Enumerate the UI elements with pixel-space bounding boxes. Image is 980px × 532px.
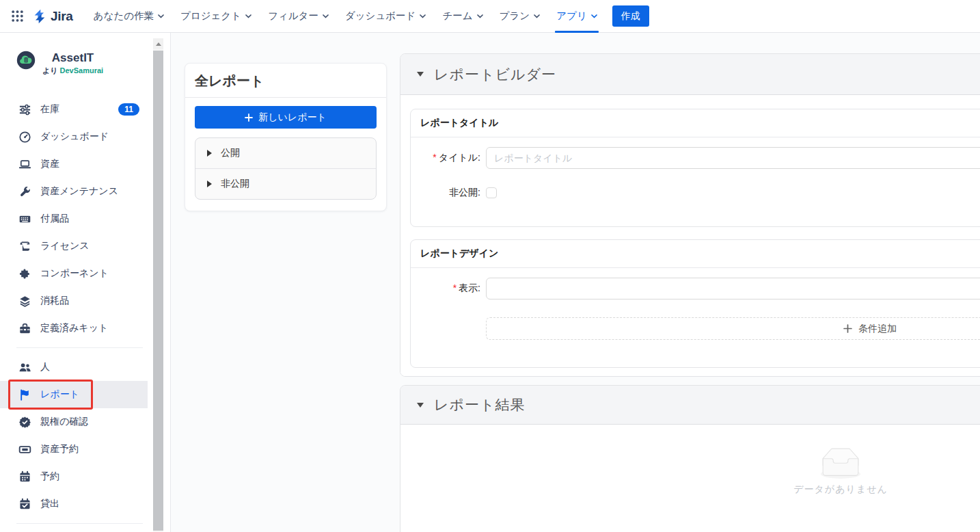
display-select-input[interactable] [486,278,980,300]
chevron-down-icon [477,14,483,18]
scroll-up-arrow-icon [156,42,161,46]
required-marker: * [453,282,457,293]
calendar-check-icon [18,498,31,511]
sidebar-item-label: 予約 [40,470,59,483]
sidebar-item-consumables[interactable]: 消耗品 [0,287,148,315]
sidebar-menu: 在庫 11 ダッシュボード 資産 資産メンテナンス [0,96,170,524]
plus-icon [245,114,253,122]
new-report-button[interactable]: 新しいレポート [195,106,377,129]
app-logo-block: AssetIT よりDevSamurai [0,51,170,86]
jira-logo-icon [31,8,49,25]
main-content: 全レポート 新しいレポート 公開 非公開 [171,33,980,532]
sidebar-item-reports[interactable]: レポート [0,381,148,408]
sidebar-item-checkout[interactable]: 貸出 [0,490,148,518]
display-field-label: *表示: [419,282,486,295]
sidebar-item-label: 資産メンテナンス [40,185,118,198]
sidebar-item-people[interactable]: 人 [0,354,148,381]
scrollbar-thumb[interactable] [153,51,163,531]
add-condition-button[interactable]: 条件追加 [486,317,980,340]
group-private[interactable]: 非公開 [195,168,376,199]
report-results-header[interactable]: レポート結果 [400,386,980,425]
private-field-label: 非公開: [419,187,486,199]
toolbox-icon [18,322,31,335]
sidebar-item-label: 資産予約 [40,443,79,455]
sidebar-divider [16,347,143,348]
nav-item-apps[interactable]: アプリ [548,0,605,33]
sidebar-item-label: ダッシュボード [40,131,109,143]
inbox-icon [816,448,865,479]
flag-icon [18,388,31,401]
caret-down-icon [417,72,424,77]
report-builder-title: レポートビルダー [434,65,556,84]
sidebar-item-inventory[interactable]: 在庫 11 [0,96,148,123]
primary-nav: あなたの作業 プロジェクト フィルター ダッシュボード チーム プラン アプリ [85,0,605,33]
all-reports-card: 全レポート 新しいレポート 公開 非公開 [185,63,387,211]
sidebar-item-assets[interactable]: 資産 [0,150,148,178]
ticket-icon [18,443,31,456]
laptop-icon [18,158,31,171]
nav-item-plans[interactable]: プラン [491,0,549,33]
jira-logo[interactable]: Jira [31,8,73,25]
app-name: AssetIT [42,51,103,65]
users-icon [18,361,31,374]
nav-item-teams[interactable]: チーム [434,0,491,33]
chevron-down-icon [323,14,329,18]
sidebar-item-reservations[interactable]: 予約 [0,463,148,490]
sidebar-item-label: 在庫 [40,103,59,116]
report-builder-header[interactable]: レポートビルダー [400,54,980,95]
puzzle-icon [18,267,31,280]
vendor-name: DevSamurai [60,66,104,75]
report-design-heading: レポートデザイン [411,240,980,268]
nav-item-your-work[interactable]: あなたの作業 [85,0,172,33]
report-title-section: レポートタイトル *タイトル: 非公開: [410,109,980,227]
sliders-icon [18,103,31,116]
nav-item-dashboards[interactable]: ダッシュボード [337,0,435,33]
sidebar-item-asset-reservation[interactable]: 資産予約 [0,436,148,463]
chevron-down-icon [534,14,540,18]
sidebar-item-custody-check[interactable]: 親権の確認 [0,408,148,436]
assetit-logo-icon [16,51,36,70]
report-results-panel: レポート結果 データがありません [400,385,980,532]
sidebar-item-label: 定義済みキット [40,322,108,334]
report-title-input[interactable] [486,147,980,169]
private-checkbox[interactable] [486,187,497,198]
calendar-icon [18,470,31,483]
app-byline: よりDevSamurai [42,66,103,76]
required-marker: * [433,152,436,163]
sidebar-item-predefined-kits[interactable]: 定義済みキット [0,315,148,342]
chevron-down-icon [245,14,251,18]
nav-item-projects[interactable]: プロジェクト [172,0,260,33]
caret-down-icon [417,403,424,408]
gauge-icon [18,131,31,144]
group-public[interactable]: 公開 [195,138,376,168]
all-reports-title: 全レポート [195,72,377,90]
sidebar-item-label: 消耗品 [40,295,69,307]
caret-right-icon [207,181,212,187]
jira-logo-text: Jira [51,9,73,24]
all-reports-header: 全レポート [185,64,386,98]
sidebar-item-components[interactable]: コンポーネント [0,260,148,287]
top-navigation: Jira あなたの作業 プロジェクト フィルター ダッシュボード チーム プラン… [0,0,980,33]
sidebar-scrollbar[interactable] [153,38,163,532]
sidebar-item-licenses[interactable]: ライセンス [0,232,148,260]
inventory-count-badge: 11 [118,103,139,116]
create-button[interactable]: 作成 [612,5,649,27]
scroll-icon [18,240,31,253]
sidebar-item-label: コンポーネント [40,267,109,280]
nav-item-filters[interactable]: フィルター [260,0,337,33]
layers-icon [18,295,31,308]
chevron-down-icon [591,14,597,18]
empty-state-text: データがありません [793,483,888,496]
keyboard-icon [18,213,31,226]
caret-right-icon [207,150,212,157]
sidebar-item-accessories[interactable]: 付属品 [0,205,148,232]
wrench-icon [18,185,31,198]
sidebar-item-asset-maintenance[interactable]: 資産メンテナンス [0,178,148,205]
report-results-title: レポート結果 [434,395,525,414]
grid-icon [11,10,24,23]
sidebar-divider [16,523,143,524]
sidebar-item-label: 人 [40,361,50,373]
app-switcher-button[interactable] [7,5,28,27]
scroll-up-button[interactable] [153,38,163,49]
sidebar-item-dashboard[interactable]: ダッシュボード [0,123,148,150]
